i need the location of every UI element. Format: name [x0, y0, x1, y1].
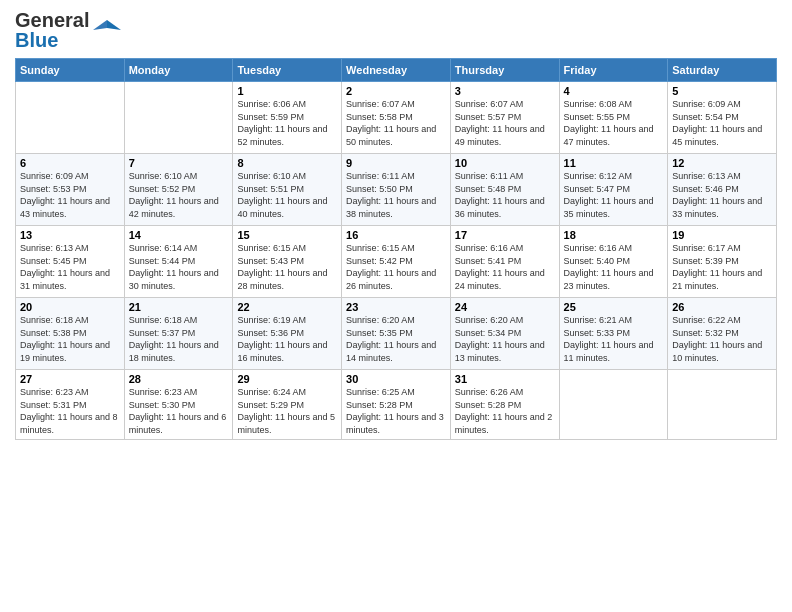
day-info: Sunrise: 6:23 AMSunset: 5:31 PMDaylight:…: [20, 386, 120, 436]
day-info: Sunrise: 6:19 AMSunset: 5:36 PMDaylight:…: [237, 314, 337, 364]
day-info: Sunrise: 6:15 AMSunset: 5:42 PMDaylight:…: [346, 242, 446, 292]
day-number: 9: [346, 157, 446, 169]
day-info: Sunrise: 6:13 AMSunset: 5:45 PMDaylight:…: [20, 242, 120, 292]
day-info: Sunrise: 6:20 AMSunset: 5:35 PMDaylight:…: [346, 314, 446, 364]
day-number: 22: [237, 301, 337, 313]
day-info: Sunrise: 6:23 AMSunset: 5:30 PMDaylight:…: [129, 386, 229, 436]
day-info: Sunrise: 6:09 AMSunset: 5:54 PMDaylight:…: [672, 98, 772, 148]
calendar-cell: 12Sunrise: 6:13 AMSunset: 5:46 PMDayligh…: [668, 154, 777, 226]
day-info: Sunrise: 6:09 AMSunset: 5:53 PMDaylight:…: [20, 170, 120, 220]
calendar-cell: [559, 370, 668, 440]
day-number: 26: [672, 301, 772, 313]
weekday-header-friday: Friday: [559, 59, 668, 82]
week-row-5: 27Sunrise: 6:23 AMSunset: 5:31 PMDayligh…: [16, 370, 777, 440]
calendar-cell: 26Sunrise: 6:22 AMSunset: 5:32 PMDayligh…: [668, 298, 777, 370]
day-info: Sunrise: 6:17 AMSunset: 5:39 PMDaylight:…: [672, 242, 772, 292]
weekday-header-thursday: Thursday: [450, 59, 559, 82]
calendar-cell: 17Sunrise: 6:16 AMSunset: 5:41 PMDayligh…: [450, 226, 559, 298]
day-number: 24: [455, 301, 555, 313]
calendar-cell: 27Sunrise: 6:23 AMSunset: 5:31 PMDayligh…: [16, 370, 125, 440]
day-number: 3: [455, 85, 555, 97]
calendar-cell: 30Sunrise: 6:25 AMSunset: 5:28 PMDayligh…: [342, 370, 451, 440]
day-number: 18: [564, 229, 664, 241]
day-info: Sunrise: 6:11 AMSunset: 5:48 PMDaylight:…: [455, 170, 555, 220]
calendar-cell: 3Sunrise: 6:07 AMSunset: 5:57 PMDaylight…: [450, 82, 559, 154]
day-number: 31: [455, 373, 555, 385]
calendar-cell: 24Sunrise: 6:20 AMSunset: 5:34 PMDayligh…: [450, 298, 559, 370]
day-number: 5: [672, 85, 772, 97]
day-number: 1: [237, 85, 337, 97]
calendar-cell: 25Sunrise: 6:21 AMSunset: 5:33 PMDayligh…: [559, 298, 668, 370]
calendar-cell: 28Sunrise: 6:23 AMSunset: 5:30 PMDayligh…: [124, 370, 233, 440]
day-number: 4: [564, 85, 664, 97]
day-info: Sunrise: 6:21 AMSunset: 5:33 PMDaylight:…: [564, 314, 664, 364]
day-info: Sunrise: 6:15 AMSunset: 5:43 PMDaylight:…: [237, 242, 337, 292]
day-number: 7: [129, 157, 229, 169]
day-info: Sunrise: 6:25 AMSunset: 5:28 PMDaylight:…: [346, 386, 446, 436]
logo: General Blue: [15, 10, 121, 50]
logo-bird-icon: [93, 16, 121, 44]
day-number: 10: [455, 157, 555, 169]
calendar-cell: 5Sunrise: 6:09 AMSunset: 5:54 PMDaylight…: [668, 82, 777, 154]
day-info: Sunrise: 6:18 AMSunset: 5:37 PMDaylight:…: [129, 314, 229, 364]
calendar-cell: 11Sunrise: 6:12 AMSunset: 5:47 PMDayligh…: [559, 154, 668, 226]
calendar-cell: 22Sunrise: 6:19 AMSunset: 5:36 PMDayligh…: [233, 298, 342, 370]
svg-marker-1: [93, 20, 107, 30]
weekday-header-tuesday: Tuesday: [233, 59, 342, 82]
weekday-header-monday: Monday: [124, 59, 233, 82]
calendar-cell: 15Sunrise: 6:15 AMSunset: 5:43 PMDayligh…: [233, 226, 342, 298]
logo-general: General: [15, 9, 89, 31]
day-number: 23: [346, 301, 446, 313]
weekday-header-saturday: Saturday: [668, 59, 777, 82]
week-row-2: 6Sunrise: 6:09 AMSunset: 5:53 PMDaylight…: [16, 154, 777, 226]
day-number: 20: [20, 301, 120, 313]
weekday-header-row: SundayMondayTuesdayWednesdayThursdayFrid…: [16, 59, 777, 82]
calendar-cell: 19Sunrise: 6:17 AMSunset: 5:39 PMDayligh…: [668, 226, 777, 298]
day-info: Sunrise: 6:10 AMSunset: 5:51 PMDaylight:…: [237, 170, 337, 220]
calendar-cell: 23Sunrise: 6:20 AMSunset: 5:35 PMDayligh…: [342, 298, 451, 370]
day-number: 21: [129, 301, 229, 313]
day-number: 16: [346, 229, 446, 241]
day-info: Sunrise: 6:20 AMSunset: 5:34 PMDaylight:…: [455, 314, 555, 364]
day-number: 17: [455, 229, 555, 241]
calendar-cell: 7Sunrise: 6:10 AMSunset: 5:52 PMDaylight…: [124, 154, 233, 226]
svg-marker-0: [107, 20, 121, 30]
day-info: Sunrise: 6:16 AMSunset: 5:40 PMDaylight:…: [564, 242, 664, 292]
week-row-1: 1Sunrise: 6:06 AMSunset: 5:59 PMDaylight…: [16, 82, 777, 154]
day-info: Sunrise: 6:11 AMSunset: 5:50 PMDaylight:…: [346, 170, 446, 220]
calendar-cell: [16, 82, 125, 154]
calendar-cell: 8Sunrise: 6:10 AMSunset: 5:51 PMDaylight…: [233, 154, 342, 226]
logo-text: General Blue: [15, 10, 89, 50]
calendar-table: SundayMondayTuesdayWednesdayThursdayFrid…: [15, 58, 777, 440]
logo-blue: Blue: [15, 29, 58, 51]
calendar-cell: 20Sunrise: 6:18 AMSunset: 5:38 PMDayligh…: [16, 298, 125, 370]
calendar-cell: 10Sunrise: 6:11 AMSunset: 5:48 PMDayligh…: [450, 154, 559, 226]
calendar-cell: 18Sunrise: 6:16 AMSunset: 5:40 PMDayligh…: [559, 226, 668, 298]
calendar-cell: 21Sunrise: 6:18 AMSunset: 5:37 PMDayligh…: [124, 298, 233, 370]
week-row-4: 20Sunrise: 6:18 AMSunset: 5:38 PMDayligh…: [16, 298, 777, 370]
day-info: Sunrise: 6:07 AMSunset: 5:57 PMDaylight:…: [455, 98, 555, 148]
calendar-cell: 16Sunrise: 6:15 AMSunset: 5:42 PMDayligh…: [342, 226, 451, 298]
calendar-cell: 6Sunrise: 6:09 AMSunset: 5:53 PMDaylight…: [16, 154, 125, 226]
calendar-cell: 4Sunrise: 6:08 AMSunset: 5:55 PMDaylight…: [559, 82, 668, 154]
day-number: 29: [237, 373, 337, 385]
header: General Blue: [15, 10, 777, 50]
day-info: Sunrise: 6:22 AMSunset: 5:32 PMDaylight:…: [672, 314, 772, 364]
day-number: 15: [237, 229, 337, 241]
day-info: Sunrise: 6:13 AMSunset: 5:46 PMDaylight:…: [672, 170, 772, 220]
weekday-header-wednesday: Wednesday: [342, 59, 451, 82]
day-info: Sunrise: 6:16 AMSunset: 5:41 PMDaylight:…: [455, 242, 555, 292]
day-number: 30: [346, 373, 446, 385]
day-number: 12: [672, 157, 772, 169]
day-number: 28: [129, 373, 229, 385]
day-info: Sunrise: 6:08 AMSunset: 5:55 PMDaylight:…: [564, 98, 664, 148]
day-number: 6: [20, 157, 120, 169]
calendar-cell: 29Sunrise: 6:24 AMSunset: 5:29 PMDayligh…: [233, 370, 342, 440]
day-number: 13: [20, 229, 120, 241]
page: General Blue SundayMondayTuesdayWednesda…: [0, 0, 792, 612]
day-info: Sunrise: 6:06 AMSunset: 5:59 PMDaylight:…: [237, 98, 337, 148]
calendar-cell: 9Sunrise: 6:11 AMSunset: 5:50 PMDaylight…: [342, 154, 451, 226]
calendar-cell: 2Sunrise: 6:07 AMSunset: 5:58 PMDaylight…: [342, 82, 451, 154]
day-number: 27: [20, 373, 120, 385]
day-info: Sunrise: 6:14 AMSunset: 5:44 PMDaylight:…: [129, 242, 229, 292]
